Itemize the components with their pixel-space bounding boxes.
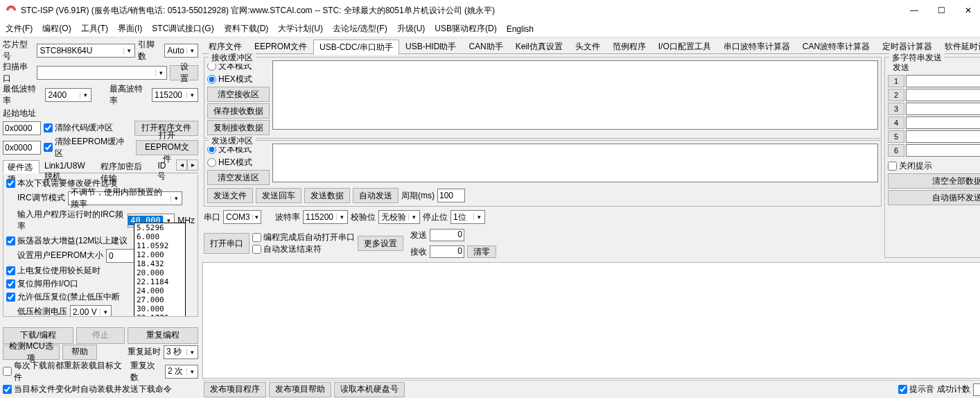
more-settings-button[interactable]: 更多设置 bbox=[358, 236, 403, 251]
publish-help-button[interactable]: 发布项目帮助 bbox=[269, 382, 331, 397]
rx-textarea[interactable] bbox=[272, 60, 878, 130]
clear-eeprom-check[interactable]: 清除EEPROM缓冲区 bbox=[44, 136, 130, 159]
menu-upgrade[interactable]: 升级(U) bbox=[397, 23, 426, 35]
tab-keil[interactable]: Keil仿真设置 bbox=[509, 39, 569, 54]
tab-next-icon[interactable]: ▸ bbox=[187, 159, 198, 171]
rx-hex-mode[interactable]: HEX模式 bbox=[207, 73, 270, 85]
chevron-down-icon[interactable]: ▾ bbox=[170, 195, 182, 202]
chevron-down-icon[interactable]: ▾ bbox=[473, 214, 484, 220]
tab-id[interactable]: ID号 bbox=[152, 159, 176, 173]
multi-send-2[interactable]: 2 bbox=[888, 89, 904, 101]
retry-delay-select[interactable]: 3 秒▾ bbox=[164, 345, 198, 359]
serial-port-select[interactable]: COM3▾ bbox=[223, 210, 261, 224]
multi-clear-all-button[interactable]: 清空全部数据 bbox=[888, 173, 980, 189]
tab-io[interactable]: I/O口配置工具 bbox=[652, 39, 717, 54]
menu-interface[interactable]: 界面(I) bbox=[118, 23, 142, 35]
retry-count-select[interactable]: 2 次▾ bbox=[165, 365, 198, 379]
count-clear-button[interactable]: 清零 bbox=[467, 245, 496, 258]
open-eeprom-file-button[interactable]: 打开EEPROM文件 bbox=[136, 140, 198, 155]
multi-input-3[interactable] bbox=[906, 103, 980, 115]
multi-input-1[interactable] bbox=[906, 75, 980, 87]
multi-send-3[interactable]: 3 bbox=[888, 103, 904, 115]
multi-send-5[interactable]: 5 bbox=[888, 130, 904, 143]
irc-frequency-dropdown[interactable]: 5.5296 6.000 11.0592 12.000 18.432 20.00… bbox=[134, 223, 186, 317]
tab-serial-assistant[interactable]: USB-CDC/串口助手 bbox=[313, 40, 399, 55]
pins-select[interactable]: Auto▾ bbox=[164, 44, 198, 58]
irc-mode-select[interactable]: 不调节，使用内部预置的频率▾ bbox=[68, 191, 182, 205]
tab-header[interactable]: 头文件 bbox=[569, 39, 606, 54]
tx-hex-mode[interactable]: HEX模式 bbox=[207, 157, 270, 168]
chevron-down-icon[interactable]: ▾ bbox=[123, 47, 134, 54]
chevron-down-icon[interactable]: ▾ bbox=[252, 214, 261, 220]
irc-option[interactable]: 11.0592 bbox=[134, 241, 185, 250]
auto-send-button[interactable]: 自动发送 bbox=[353, 188, 399, 203]
tab-link[interactable]: Link1/U8W脱机 bbox=[40, 159, 96, 173]
menu-tools[interactable]: 工具(T) bbox=[81, 23, 108, 35]
chevron-down-icon[interactable]: ▾ bbox=[155, 69, 166, 76]
min-baud-select[interactable]: 2400▾ bbox=[45, 88, 91, 102]
help-button[interactable]: 帮助 bbox=[62, 345, 97, 360]
maximize-button[interactable]: ☐ bbox=[935, 6, 948, 15]
beep-check[interactable]: 提示音 bbox=[898, 383, 934, 395]
tab-hardware[interactable]: 硬件选项 bbox=[3, 160, 40, 173]
publish-program-button[interactable]: 发布项目程序 bbox=[204, 382, 266, 397]
parity-select[interactable]: 无校验▾ bbox=[378, 210, 420, 224]
irc-option[interactable]: 20.000 bbox=[134, 268, 185, 277]
rx-copy-button[interactable]: 复制接收数据 bbox=[207, 120, 270, 135]
stop-select[interactable]: 1位▾ bbox=[450, 210, 485, 224]
open-port-button[interactable]: 打开串口 bbox=[204, 233, 250, 254]
menu-forum[interactable]: 去论坛/选型(F) bbox=[333, 23, 387, 35]
rx-clear-button[interactable]: 清空接收区 bbox=[207, 87, 270, 102]
send-file-button[interactable]: 发送文件 bbox=[207, 188, 253, 203]
tab-hid[interactable]: USB-HID助手 bbox=[399, 39, 462, 54]
detect-button[interactable]: 检测MCU选项 bbox=[3, 345, 60, 360]
close-hint-check[interactable]: 关闭提示 bbox=[888, 160, 980, 172]
send-data-button[interactable]: 发送数据 bbox=[304, 188, 350, 203]
menu-download[interactable]: 资料下载(D) bbox=[224, 23, 269, 35]
log-area[interactable] bbox=[202, 262, 980, 379]
multi-send-4[interactable]: 4 bbox=[888, 116, 904, 129]
lvd-select[interactable]: 2.00 V▾ bbox=[70, 305, 112, 317]
menu-english[interactable]: English bbox=[507, 24, 534, 34]
irc-option[interactable]: 22.1184 bbox=[134, 277, 185, 286]
addr2-input[interactable] bbox=[3, 141, 41, 155]
tab-eeprom-file[interactable]: EEPROM文件 bbox=[248, 39, 313, 54]
tab-can[interactable]: CAN助手 bbox=[462, 39, 509, 54]
chevron-down-icon[interactable]: ▾ bbox=[186, 92, 198, 98]
multi-send-1[interactable]: 1 bbox=[888, 75, 904, 87]
tab-uart-baud[interactable]: 串口波特率计算器 bbox=[717, 39, 796, 54]
baud-select[interactable]: 115200▾ bbox=[303, 210, 348, 224]
menu-program[interactable]: 编程(O) bbox=[42, 23, 71, 35]
tab-encrypt[interactable]: 程序加密后传输 bbox=[96, 159, 152, 173]
auto-term-check[interactable]: 自动发送结束符 bbox=[252, 243, 355, 255]
irc-option[interactable]: 18.432 bbox=[134, 259, 185, 268]
tx-textarea[interactable] bbox=[272, 144, 878, 182]
multi-send-6[interactable]: 6 bbox=[888, 144, 904, 157]
read-disk-button[interactable]: 读取本机硬盘号 bbox=[334, 382, 405, 397]
addr1-input[interactable] bbox=[3, 121, 41, 135]
chevron-down-icon[interactable]: ▾ bbox=[336, 214, 347, 220]
tab-prev-icon[interactable]: ◂ bbox=[176, 159, 187, 171]
repeat-button[interactable]: 重复编程 bbox=[128, 327, 198, 344]
port-settings-button[interactable]: 设置 bbox=[170, 65, 198, 80]
chevron-down-icon[interactable]: ▾ bbox=[186, 349, 198, 356]
send-cr-button[interactable]: 发送回车 bbox=[256, 188, 301, 203]
auto-reload-check[interactable]: 当目标文件变化时自动装载并发送下载命令 bbox=[3, 383, 198, 395]
max-baud-select[interactable]: 115200▾ bbox=[152, 88, 198, 102]
multi-input-6[interactable] bbox=[906, 144, 980, 157]
irc-option[interactable]: 27.000 bbox=[134, 295, 185, 304]
multi-auto-loop-button[interactable]: 自动循环发送 bbox=[888, 190, 980, 205]
port-select[interactable]: ▾ bbox=[37, 66, 167, 80]
tx-clear-button[interactable]: 清空发送区 bbox=[207, 170, 270, 185]
chevron-down-icon[interactable]: ▾ bbox=[186, 47, 198, 54]
rx-save-button[interactable]: 保存接收数据 bbox=[207, 103, 270, 119]
multi-input-4[interactable] bbox=[906, 116, 980, 129]
tab-samples[interactable]: 范例程序 bbox=[606, 39, 652, 54]
irc-option[interactable]: 5.5296 bbox=[134, 223, 185, 232]
minimize-button[interactable]: — bbox=[907, 6, 921, 15]
menu-file[interactable]: 文件(F) bbox=[6, 23, 33, 35]
irc-option[interactable]: 6.000 bbox=[134, 232, 185, 241]
chip-select[interactable]: STC8H8K64U▾ bbox=[37, 44, 135, 58]
clear-code-check[interactable]: 清除代码缓冲区 bbox=[44, 122, 113, 134]
stop-button[interactable]: 停止 bbox=[76, 327, 125, 344]
